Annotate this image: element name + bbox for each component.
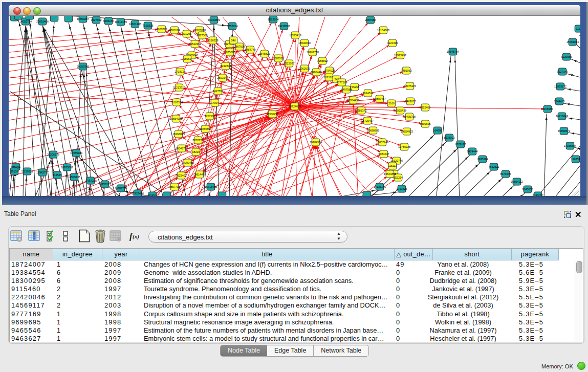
svg-text:10653287: 10653287: [77, 17, 89, 20]
svg-text:10025438: 10025438: [394, 109, 406, 112]
svg-text:17957225: 17957225: [84, 179, 97, 182]
svg-text:6879197: 6879197: [455, 143, 466, 146]
svg-text:10756928: 10756928: [398, 145, 410, 148]
svg-text:2718126: 2718126: [175, 70, 186, 73]
svg-text:18724007: 18724007: [289, 105, 301, 108]
svg-text:39159: 39159: [11, 170, 18, 173]
svg-text:18220: 18220: [192, 150, 200, 154]
svg-text:9227349: 9227349: [557, 70, 568, 73]
svg-text:1733426: 1733426: [397, 187, 407, 190]
svg-text:1527602: 1527602: [91, 18, 102, 21]
svg-text:10154808: 10154808: [377, 29, 389, 32]
svg-text:2935114: 2935114: [477, 158, 488, 161]
svg-text:8938923: 8938923: [444, 136, 455, 139]
svg-text:15692971: 15692971: [558, 129, 570, 133]
svg-text:16107554: 16107554: [170, 101, 183, 104]
svg-text:20091406: 20091406: [36, 20, 49, 23]
svg-text:164095: 164095: [433, 129, 442, 132]
svg-text:10046738: 10046738: [176, 147, 188, 150]
svg-text:10973493: 10973493: [394, 54, 406, 57]
svg-text:17004: 17004: [211, 101, 219, 104]
svg-text:92450: 92450: [149, 194, 157, 196]
svg-text:10719155: 10719155: [115, 20, 127, 24]
svg-text:14099459: 14099459: [182, 161, 194, 164]
svg-text:15716485: 15716485: [205, 185, 217, 188]
svg-text:10975867: 10975867: [61, 166, 73, 169]
svg-text:6466160: 6466160: [103, 19, 114, 23]
svg-text:16782759: 16782759: [115, 187, 127, 190]
svg-text:8215955: 8215955: [542, 107, 553, 111]
svg-text:114519: 114519: [53, 173, 62, 177]
svg-text:11325419: 11325419: [289, 34, 301, 37]
svg-text:19914479: 19914479: [193, 173, 206, 176]
svg-text:19654985: 19654985: [170, 117, 182, 120]
svg-text:7663822: 7663822: [157, 28, 167, 31]
svg-text:1362635: 1362635: [299, 67, 310, 70]
svg-text:19654923: 19654923: [401, 130, 413, 133]
svg-text:9242848: 9242848: [221, 64, 231, 68]
svg-text:14055724: 14055724: [19, 20, 32, 23]
svg-text:8990443: 8990443: [311, 71, 322, 74]
svg-text:18300295: 18300295: [266, 113, 278, 116]
svg-text:16210643: 16210643: [556, 115, 568, 118]
svg-text:12505135: 12505135: [68, 176, 80, 179]
svg-text:1588520: 1588520: [273, 57, 284, 60]
svg-text:9463627: 9463627: [405, 100, 416, 103]
svg-text:7632621: 7632621: [489, 165, 499, 168]
svg-text:2160: 2160: [388, 102, 395, 105]
svg-text:9699695: 9699695: [420, 122, 431, 125]
svg-text:12942757: 12942757: [36, 171, 49, 174]
svg-text:19218506: 19218506: [278, 25, 290, 28]
svg-text:9329966: 9329966: [561, 55, 572, 58]
svg-text:891295: 891295: [182, 32, 191, 35]
svg-text:9115460: 9115460: [420, 106, 431, 109]
svg-text:13524851: 13524851: [384, 172, 396, 176]
svg-text:8471676: 8471676: [500, 172, 511, 176]
svg-text:7955812: 7955812: [317, 59, 328, 62]
svg-text:14136141: 14136141: [374, 185, 386, 188]
svg-text:9857791: 9857791: [169, 185, 180, 188]
svg-text:12093872: 12093872: [554, 85, 567, 88]
svg-text:20206576: 20206576: [47, 153, 59, 156]
svg-text:1221396: 1221396: [387, 41, 398, 45]
svg-text:16543362: 16543362: [189, 42, 201, 46]
svg-text:2803144: 2803144: [217, 76, 228, 79]
svg-text:12975115: 12975115: [404, 84, 416, 87]
svg-text:8186328: 8186328: [208, 39, 219, 42]
svg-text:7515526: 7515526: [143, 24, 154, 27]
svg-text:17359924: 17359924: [70, 151, 82, 155]
svg-text:10961758: 10961758: [307, 51, 319, 54]
svg-text:8813054: 8813054: [268, 18, 279, 21]
svg-text:20364436: 20364436: [347, 99, 359, 102]
svg-text:20053346: 20053346: [77, 65, 89, 68]
svg-text:8860124: 8860124: [169, 29, 180, 32]
svg-text:1244415: 1244415: [554, 100, 565, 103]
svg-text:10958127: 10958127: [99, 183, 111, 186]
svg-text:3267130: 3267130: [205, 115, 215, 118]
svg-text:7485063: 7485063: [401, 69, 412, 72]
svg-text:8454749: 8454749: [245, 48, 256, 51]
svg-text:9646821: 9646821: [259, 52, 270, 55]
svg-text:115112: 115112: [388, 164, 397, 167]
svg-text:9777169: 9777169: [337, 81, 347, 84]
svg-text:7386372: 7386372: [356, 109, 367, 112]
svg-text:11156829: 11156829: [21, 170, 33, 173]
svg-text:7857224: 7857224: [227, 25, 238, 28]
svg-text:98961: 98961: [184, 57, 191, 60]
svg-text:23226058: 23226058: [193, 29, 206, 32]
svg-text:9474444: 9474444: [467, 150, 478, 153]
svg-text:19384554: 19384554: [310, 141, 322, 144]
svg-text:6497568: 6497568: [341, 88, 352, 91]
svg-text:19166825: 19166825: [172, 133, 185, 136]
svg-text:3624514: 3624514: [363, 92, 374, 95]
svg-text:10648764: 10648764: [447, 50, 459, 53]
svg-text:8322037: 8322037: [284, 62, 295, 65]
svg-text:15495758: 15495758: [403, 115, 416, 118]
svg-text:12923446: 12923446: [132, 192, 144, 195]
svg-text:252254: 252254: [394, 176, 403, 179]
svg-text:18640910: 18640910: [298, 41, 311, 45]
svg-text:10654112: 10654112: [511, 180, 523, 183]
svg-text:11353594: 11353594: [199, 127, 211, 130]
svg-text:9794028: 9794028: [324, 69, 335, 72]
svg-text:2867608: 2867608: [234, 45, 245, 48]
